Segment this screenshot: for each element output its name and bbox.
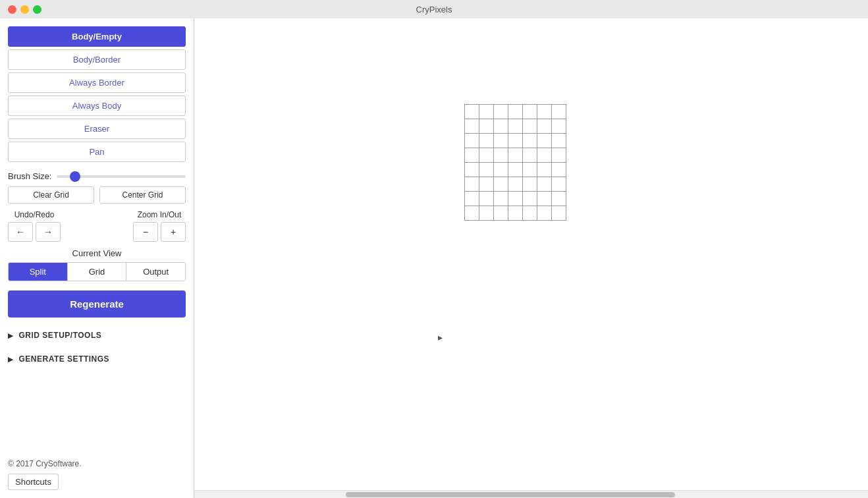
- canvas-area[interactable]: ▸: [194, 18, 868, 490]
- brush-size-slider[interactable]: [57, 175, 186, 178]
- grid-cell[interactable]: [508, 192, 523, 206]
- grid-cell[interactable]: [508, 163, 523, 177]
- grid-cell[interactable]: [508, 105, 523, 119]
- grid-cell[interactable]: [537, 119, 552, 134]
- undo-redo-buttons: ← →: [8, 222, 61, 242]
- undo-button[interactable]: ←: [8, 222, 33, 242]
- tool-pan[interactable]: Pan: [8, 142, 186, 162]
- zoom-in-button[interactable]: +: [161, 222, 186, 242]
- grid-cell[interactable]: [537, 177, 552, 192]
- grid-cell[interactable]: [523, 105, 537, 119]
- grid-cell[interactable]: [479, 148, 494, 163]
- undo-redo-label: Undo/Redo: [14, 210, 55, 219]
- maximize-button[interactable]: [33, 5, 41, 14]
- scrollbar-thumb: [346, 492, 675, 497]
- grid-cell[interactable]: [494, 177, 508, 192]
- tool-always-border[interactable]: Always Border: [8, 72, 186, 93]
- grid-cell[interactable]: [479, 163, 494, 177]
- grid-cell[interactable]: [523, 148, 537, 163]
- grid-cell[interactable]: [465, 105, 479, 119]
- grid-cell[interactable]: [479, 192, 494, 206]
- grid-cell[interactable]: [537, 148, 552, 163]
- tool-body-empty[interactable]: Body/Empty: [8, 26, 186, 47]
- grid-cell[interactable]: [537, 163, 552, 177]
- grid-cell[interactable]: [479, 119, 494, 134]
- grid-cell[interactable]: [552, 163, 566, 177]
- grid-setup-label: GRID SETUP/TOOLS: [19, 331, 102, 340]
- window-controls: [8, 5, 41, 14]
- grid-cell[interactable]: [494, 163, 508, 177]
- grid-cell[interactable]: [479, 206, 494, 221]
- grid-cell[interactable]: [552, 177, 566, 192]
- grid-cell[interactable]: [537, 206, 552, 221]
- tab-grid[interactable]: Grid: [68, 263, 127, 281]
- grid-cell[interactable]: [523, 177, 537, 192]
- grid-cell[interactable]: [552, 134, 566, 148]
- tool-always-body[interactable]: Always Body: [8, 96, 186, 116]
- grid-cell[interactable]: [494, 206, 508, 221]
- title-bar: CryPixels: [0, 0, 868, 18]
- grid-cell[interactable]: [465, 134, 479, 148]
- grid-cell[interactable]: [494, 119, 508, 134]
- sidebar: Body/Empty Body/Border Always Border Alw…: [0, 18, 194, 498]
- regenerate-button[interactable]: Regenerate: [8, 290, 186, 318]
- grid-cell[interactable]: [508, 148, 523, 163]
- shortcuts-button[interactable]: Shortcuts: [8, 474, 59, 490]
- app-body: Body/Empty Body/Border Always Border Alw…: [0, 18, 868, 498]
- pixel-grid: [464, 104, 566, 221]
- grid-setup-section: ▶ GRID SETUP/TOOLS: [8, 327, 186, 344]
- grid-cell[interactable]: [479, 105, 494, 119]
- grid-cell[interactable]: [465, 192, 479, 206]
- center-grid-button[interactable]: Center Grid: [99, 186, 186, 204]
- grid-cell[interactable]: [552, 119, 566, 134]
- tool-eraser[interactable]: Eraser: [8, 119, 186, 139]
- grid-cell[interactable]: [465, 163, 479, 177]
- grid-cell[interactable]: [523, 134, 537, 148]
- generate-settings-header[interactable]: ▶ GENERATE SETTINGS: [8, 350, 186, 368]
- tab-split[interactable]: Split: [9, 263, 68, 281]
- copyright-text: © 2017 CrySoftware.: [8, 459, 186, 468]
- grid-cell[interactable]: [537, 105, 552, 119]
- grid-cell[interactable]: [552, 192, 566, 206]
- redo-button[interactable]: →: [36, 222, 61, 242]
- grid-cell[interactable]: [508, 177, 523, 192]
- grid-cell[interactable]: [465, 119, 479, 134]
- grid-cell[interactable]: [552, 105, 566, 119]
- grid-setup-header[interactable]: ▶ GRID SETUP/TOOLS: [8, 327, 186, 344]
- tool-body-border[interactable]: Body/Border: [8, 49, 186, 70]
- grid-cell[interactable]: [479, 134, 494, 148]
- tab-output[interactable]: Output: [126, 263, 185, 281]
- grid-cell[interactable]: [537, 192, 552, 206]
- grid-cell[interactable]: [465, 177, 479, 192]
- undo-zoom-section: Undo/Redo ← → Zoom In/Out − +: [8, 210, 186, 242]
- grid-cell[interactable]: [494, 105, 508, 119]
- grid-cell[interactable]: [523, 119, 537, 134]
- current-view-label: Current View: [8, 248, 186, 258]
- horizontal-scrollbar[interactable]: [194, 490, 868, 498]
- grid-cell[interactable]: [494, 192, 508, 206]
- grid-cell[interactable]: [508, 206, 523, 221]
- grid-cell[interactable]: [523, 163, 537, 177]
- undo-redo-group: Undo/Redo ← →: [8, 210, 61, 242]
- zoom-out-button[interactable]: −: [133, 222, 158, 242]
- grid-cell[interactable]: [508, 134, 523, 148]
- main-area: ▸: [194, 18, 868, 498]
- grid-cell[interactable]: [479, 177, 494, 192]
- grid-cell[interactable]: [552, 148, 566, 163]
- grid-cell[interactable]: [523, 192, 537, 206]
- close-button[interactable]: [8, 5, 16, 14]
- generate-settings-chevron-icon: ▶: [8, 356, 14, 363]
- grid-cell[interactable]: [465, 206, 479, 221]
- grid-cell[interactable]: [508, 119, 523, 134]
- clear-grid-button[interactable]: Clear Grid: [8, 186, 94, 204]
- grid-cell[interactable]: [465, 148, 479, 163]
- grid-cell[interactable]: [494, 148, 508, 163]
- app-title: CryPixels: [416, 5, 452, 14]
- footer: © 2017 CrySoftware. Shortcuts: [8, 453, 186, 490]
- grid-cell[interactable]: [537, 134, 552, 148]
- grid-cell[interactable]: [523, 206, 537, 221]
- grid-cell[interactable]: [552, 206, 566, 221]
- grid-cell[interactable]: [494, 134, 508, 148]
- grid-setup-chevron-icon: ▶: [8, 332, 14, 339]
- minimize-button[interactable]: [20, 5, 29, 14]
